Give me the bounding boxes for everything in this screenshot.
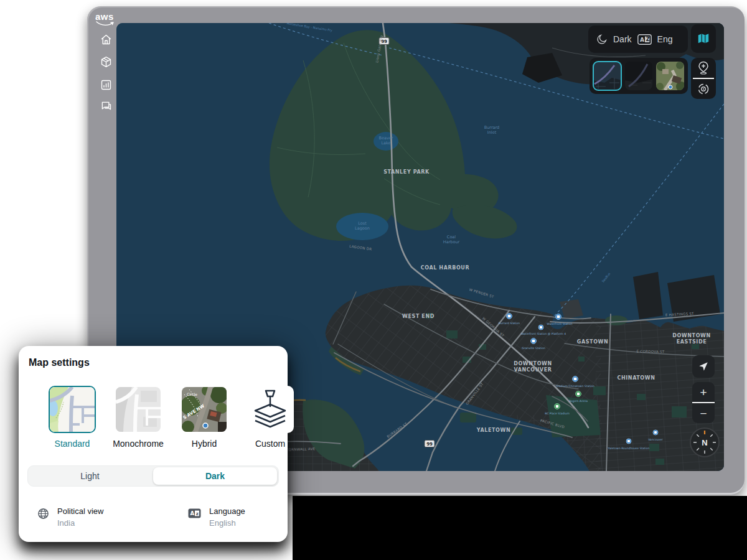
- zoom-controls: + −: [692, 382, 715, 423]
- neighborhood-label: WEST END: [402, 314, 435, 319]
- venue-label: Rogers Arena: [569, 399, 588, 403]
- water-label: Burrard: [484, 125, 499, 130]
- hybrid-thumb: Circle S AVE NW: [181, 386, 228, 433]
- svg-text:A: A: [640, 37, 644, 43]
- map-settings-panel: Map settings Standard: [19, 346, 288, 542]
- geofence-button[interactable]: [691, 79, 716, 99]
- panel-meta-row: Political view India A z Language Englis…: [19, 506, 288, 528]
- style-option-hybrid[interactable]: Circle S AVE NW Hybrid: [173, 386, 235, 449]
- station-label: Yaletown-Roundhouse Station: [608, 447, 650, 450]
- water-label: Harbour: [443, 240, 460, 245]
- page: aws: [0, 0, 747, 560]
- hybrid-thumb-art: Circle S AVE NW: [182, 387, 227, 432]
- svg-text:99: 99: [426, 442, 433, 447]
- neighborhood-label: VANCOUVER: [514, 367, 552, 373]
- neighborhood-label: DOWNTOWN: [514, 361, 552, 366]
- station-label: Waterfront Station: [547, 322, 573, 325]
- aws-logo[interactable]: aws: [95, 11, 114, 22]
- monochrome-style-thumbnail[interactable]: [625, 62, 653, 90]
- aws-smile-icon: [96, 21, 115, 27]
- sidebar-item-metrics[interactable]: [100, 78, 113, 91]
- compass-control[interactable]: N: [690, 427, 720, 457]
- language-setting-value: English: [209, 518, 245, 528]
- water-label: Lost: [358, 221, 367, 226]
- water-label: Lake: [381, 141, 390, 146]
- standard-thumb: [49, 386, 96, 433]
- theme-label[interactable]: Dark: [613, 34, 632, 44]
- style-label-monochrome: Monochrome: [107, 439, 169, 449]
- neighborhood-label: GASTOWN: [577, 339, 609, 345]
- station-label: Stadium-Chinatown Station: [556, 385, 594, 388]
- style-option-standard[interactable]: Standard: [41, 386, 103, 449]
- style-label-custom: Custom: [239, 439, 301, 449]
- geofence-icon: [697, 83, 710, 95]
- pin-add-icon: [697, 61, 710, 75]
- political-view-setting[interactable]: Political view India: [37, 506, 149, 528]
- compass-north-label: N: [691, 429, 718, 456]
- sidebar-item-chat[interactable]: [100, 100, 113, 113]
- water-label: Beaver: [379, 136, 393, 141]
- station-label: Vancouver: [648, 438, 663, 441]
- panel-title: Map settings: [29, 357, 90, 368]
- theme-language-pill[interactable]: Dark A Z Eng: [588, 26, 688, 53]
- water-label: Coal: [447, 235, 456, 240]
- road-label: E CORDOVA ST: [636, 350, 664, 354]
- style-option-custom[interactable]: Custom: [239, 386, 301, 449]
- locate-me-button[interactable]: [692, 355, 715, 378]
- political-view-value: India: [57, 518, 103, 528]
- chat-icon: [100, 100, 113, 113]
- style-option-monochrome[interactable]: Monochrome: [107, 386, 169, 449]
- station-label: Granville Station: [522, 347, 545, 350]
- neighborhood-label: COAL HARBOUR: [421, 265, 469, 271]
- monochrome-thumb-art: [625, 62, 653, 90]
- water-label: Inlet: [487, 130, 497, 135]
- satellite-style-thumbnail[interactable]: [656, 62, 684, 90]
- globe-icon: [37, 508, 49, 520]
- neighborhood-label: CHINATOWN: [618, 375, 655, 381]
- custom-thumb: [247, 386, 294, 433]
- station-label: Waterfront Station @ Platform 4: [521, 332, 566, 335]
- venue-label: BC Place Stadium: [545, 412, 570, 415]
- language-setting-label: Language: [209, 506, 245, 516]
- satellite-thumb-art: [656, 62, 684, 90]
- svg-text:z: z: [196, 511, 199, 516]
- layers-pin-icon: [249, 388, 291, 431]
- dark-style-thumbnail[interactable]: [593, 62, 621, 90]
- style-label-hybrid: Hybrid: [173, 439, 235, 449]
- translate-icon-dark: A z: [188, 508, 201, 518]
- zoom-in-button[interactable]: +: [692, 382, 715, 402]
- neighborhood-label: EASTSIDE: [677, 339, 707, 345]
- monochrome-thumb-art: [116, 387, 161, 432]
- moon-icon: [596, 34, 608, 45]
- page-shadow-band: [293, 496, 747, 560]
- highway-shield: 99: [425, 441, 435, 447]
- dark-thumb-art: [593, 62, 621, 90]
- water-label: Lagoon: [355, 226, 370, 231]
- svg-text:A: A: [190, 510, 194, 516]
- monochrome-thumb: [115, 386, 162, 433]
- language-label[interactable]: Eng: [657, 34, 673, 44]
- navigation-arrow-icon: [698, 361, 709, 372]
- metrics-icon: [100, 78, 113, 91]
- zoom-out-button[interactable]: −: [692, 403, 715, 423]
- sidebar-item-products[interactable]: [100, 55, 113, 68]
- light-option[interactable]: Light: [28, 466, 152, 486]
- home-icon: [100, 33, 113, 46]
- dark-option[interactable]: Dark: [153, 467, 277, 485]
- add-place-button[interactable]: [691, 58, 716, 78]
- map-tools: [691, 58, 716, 99]
- map-icon: [697, 32, 710, 45]
- style-label-standard: Standard: [41, 439, 103, 449]
- package-icon: [100, 55, 113, 68]
- standard-thumb-art: [50, 387, 95, 432]
- neighborhood-label: DOWNTOWN: [672, 333, 711, 338]
- neighborhood-label: STANLEY PARK: [383, 169, 430, 175]
- translate-icon: A Z: [637, 34, 652, 45]
- color-scheme-toggle: Light Dark: [27, 465, 279, 487]
- language-setting[interactable]: A z Language English: [188, 506, 245, 528]
- sidebar-item-home[interactable]: [100, 33, 113, 46]
- map-style-button[interactable]: [691, 24, 716, 53]
- hybrid-thumb-circle-label: Circle: [187, 392, 197, 396]
- station-label: Burrard Station: [499, 322, 520, 325]
- political-view-label: Political view: [57, 506, 103, 516]
